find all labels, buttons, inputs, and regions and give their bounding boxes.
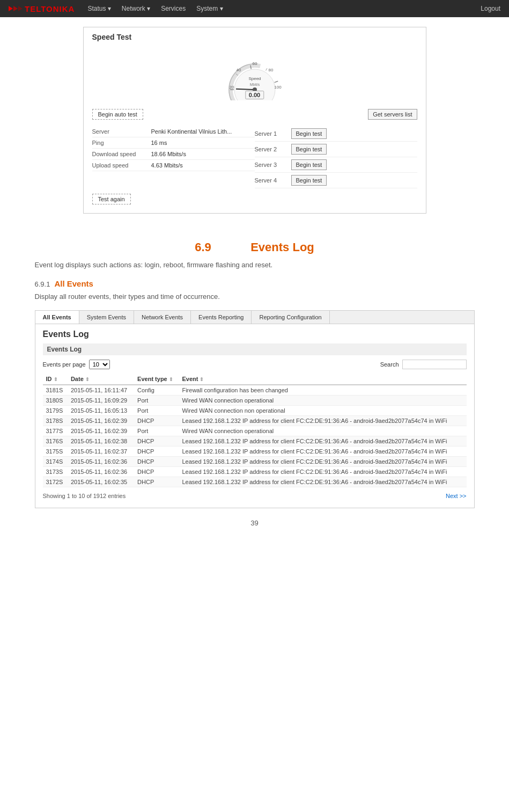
speed-info-right: Server 1 Begin test Server 2 Begin test …: [255, 126, 417, 188]
events-table: ID ⇕ Date ⇕ Event type ⇕ Event ⇕ 3181S20…: [43, 374, 467, 487]
speed-test-title: Speed Test: [92, 33, 417, 41]
section-number: 6.9: [195, 240, 211, 254]
logout-button[interactable]: Logout: [481, 5, 500, 12]
svg-line-7: [265, 68, 267, 70]
per-page-label: Events per page: [43, 361, 86, 368]
tab-all-events[interactable]: All Events: [35, 311, 79, 324]
tab-events-reporting[interactable]: Events Reporting: [191, 311, 252, 324]
table-row: 3177S2015-05-11, 16:02:39PortWired WAN c…: [43, 426, 467, 436]
begin-auto-test-button[interactable]: Begin auto test: [92, 109, 143, 120]
sort-type-icon: ⇕: [169, 377, 173, 382]
col-event[interactable]: Event ⇕: [179, 374, 466, 385]
server3-begin-test-button[interactable]: Begin test: [291, 159, 327, 170]
events-log-subtitle: Events Log: [43, 343, 467, 355]
speed-test-panel: Speed Test: [83, 27, 426, 214]
sort-id-icon: ⇕: [54, 377, 58, 382]
tab-system-events[interactable]: System Events: [79, 311, 134, 324]
svg-text:Mbit/s: Mbit/s: [249, 83, 260, 86]
upload-label: Upload speed: [92, 162, 151, 169]
section-title: Events Log: [250, 240, 314, 254]
speed-controls: Begin auto test Get servers list: [92, 109, 417, 120]
col-event-type[interactable]: Event type ⇕: [134, 374, 179, 385]
svg-text:40: 40: [236, 68, 241, 72]
speed-info-left: Server Penki Kontinental Vilnius Lith...…: [92, 126, 255, 188]
events-ui-panel: All Events System Events Network Events …: [35, 310, 475, 508]
brand-name: TELTONIKA: [25, 4, 75, 13]
ping-info-row: Ping 16 ms: [92, 137, 255, 149]
table-row: 3172S2015-05-11, 16:02:35DHCPLeased 192.…: [43, 477, 467, 487]
server4-begin-test-button[interactable]: Begin test: [291, 175, 327, 186]
events-search: Search: [380, 360, 467, 369]
table-row: 3180S2015-05-11, 16:09:29PortWired WAN c…: [43, 396, 467, 406]
events-controls: Events per page 10 25 50 Search: [43, 360, 467, 369]
table-row: 3173S2015-05-11, 16:02:36DHCPLeased 192.…: [43, 467, 467, 477]
events-inner: Events Log Events Log Events per page 10…: [35, 324, 474, 508]
ping-label: Ping: [92, 140, 151, 146]
table-row: 3174S2015-05-11, 16:02:36DHCPLeased 192.…: [43, 457, 467, 467]
nav-status[interactable]: Status ▾: [87, 5, 110, 12]
ping-value: 16 ms: [151, 140, 167, 146]
nav-items: Status ▾ Network ▾ Services System ▾: [87, 5, 481, 12]
speed-gauge: 20 40 60 80 100 Speed Mbit/s 0.00: [223, 52, 287, 100]
search-label: Search: [380, 361, 399, 368]
section-intro: Event log displays such actions as: logi…: [35, 260, 475, 270]
subsection-text: Display all router events, their types a…: [35, 291, 475, 302]
test-again-row: Test again: [92, 194, 417, 204]
brand-triangles-icon: [9, 6, 23, 11]
svg-text:Speed: Speed: [248, 76, 261, 81]
sort-event-icon: ⇕: [200, 377, 204, 382]
server3-label: Server 3: [255, 162, 287, 168]
server-label: Server: [92, 128, 151, 135]
showing-entries: Showing 1 to 10 of 1912 entries: [43, 493, 126, 499]
sort-date-icon: ⇕: [85, 377, 90, 382]
upload-value: 4.63 Mbits/s: [151, 162, 183, 169]
svg-text:80: 80: [268, 68, 273, 72]
top-navigation: TELTONIKA Status ▾ Network ▾ Services Sy…: [0, 0, 509, 17]
subsection-heading-container: 6.9.1 All Events: [35, 279, 475, 288]
test-again-button[interactable]: Test again: [92, 194, 131, 204]
nav-network[interactable]: Network ▾: [122, 5, 150, 12]
svg-text:20: 20: [229, 85, 234, 90]
per-page-select[interactable]: 10 25 50: [89, 360, 110, 369]
gauge-area: 20 40 60 80 100 Speed Mbit/s 0.00: [92, 47, 417, 106]
brand-logo: TELTONIKA: [9, 4, 75, 13]
svg-line-9: [236, 89, 254, 90]
page-number: 39: [35, 519, 475, 538]
server2-row: Server 2 Begin test: [255, 142, 417, 157]
table-row: 3175S2015-05-11, 16:02:37DHCPLeased 192.…: [43, 447, 467, 457]
search-input[interactable]: [402, 360, 467, 369]
table-row: 3178S2015-05-11, 16:02:39DHCPLeased 192.…: [43, 416, 467, 426]
download-value: 18.66 Mbits/s: [151, 151, 186, 157]
section-heading: 6.9 Events Log: [35, 240, 475, 254]
server-value: Penki Kontinental Vilnius Lith...: [151, 128, 232, 135]
get-servers-list-button[interactable]: Get servers list: [368, 109, 417, 120]
nav-services[interactable]: Services: [161, 5, 186, 12]
server1-begin-test-button[interactable]: Begin test: [291, 128, 327, 139]
subsection-title: All Events: [54, 279, 93, 288]
nav-system[interactable]: System ▾: [196, 5, 223, 12]
table-row: 3179S2015-05-11, 16:05:13PortWired WAN c…: [43, 406, 467, 416]
svg-line-8: [274, 81, 278, 82]
svg-text:100: 100: [274, 85, 282, 90]
server3-row: Server 3 Begin test: [255, 157, 417, 173]
server2-label: Server 2: [255, 146, 287, 152]
speed-info: Server Penki Kontinental Vilnius Lith...…: [92, 126, 417, 188]
table-row: 3181S2015-05-11, 16:11:47ConfigFirewall …: [43, 385, 467, 396]
subsection-number: 6.9.1: [35, 280, 50, 288]
svg-text:60: 60: [252, 61, 257, 66]
doc-content: 6.9 Events Log Event log displays such a…: [13, 219, 496, 548]
server1-row: Server 1 Begin test: [255, 126, 417, 142]
events-per-page: Events per page 10 25 50: [43, 360, 110, 369]
tab-network-events[interactable]: Network Events: [134, 311, 191, 324]
download-label: Download speed: [92, 151, 151, 157]
download-info-row: Download speed 18.66 Mbits/s: [92, 149, 255, 160]
col-date[interactable]: Date ⇕: [68, 374, 134, 385]
tab-reporting-configuration[interactable]: Reporting Configuration: [252, 311, 329, 324]
server2-begin-test-button[interactable]: Begin test: [291, 144, 327, 155]
events-tabs: All Events System Events Network Events …: [35, 311, 474, 324]
col-id[interactable]: ID ⇕: [43, 374, 68, 385]
server4-label: Server 4: [255, 177, 287, 184]
events-log-title: Events Log: [43, 330, 467, 339]
next-button[interactable]: Next >>: [446, 493, 467, 499]
gauge-value: 0.00: [245, 91, 264, 99]
